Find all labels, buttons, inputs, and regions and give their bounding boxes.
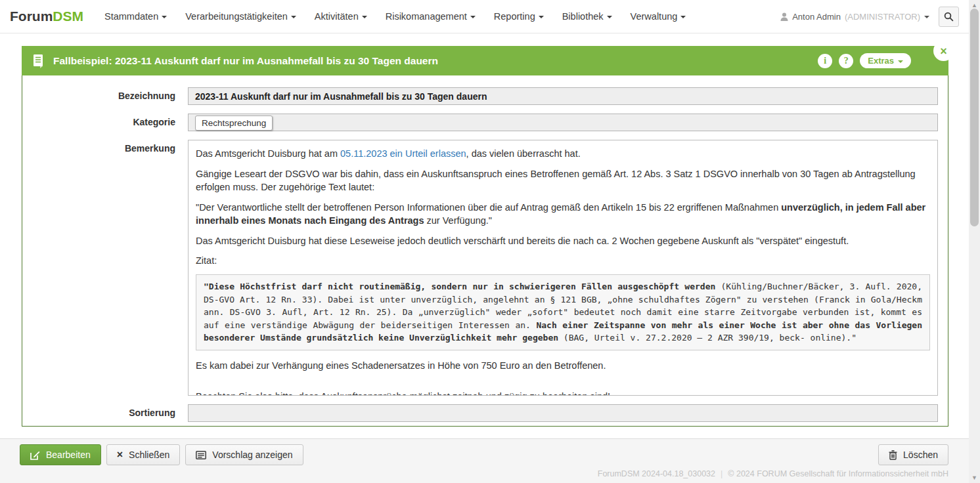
text-run: zur Verfügung.": [424, 215, 493, 226]
paragraph: "Der Verantwortliche stellt der betroffe…: [196, 201, 930, 228]
kategorie-row: Kategorie Rechtsprechung: [22, 114, 948, 131]
bemerkung-label: Bemerkung: [22, 140, 188, 396]
search-button[interactable]: [939, 7, 959, 27]
trash-icon: [889, 450, 897, 460]
sortierung-field: [188, 404, 938, 422]
nav-right-area: Anton Admin (ADMINISTRATOR): [780, 7, 959, 27]
bemerkung-content: Das Amtsgericht Duisburg hat am 05.11.20…: [188, 140, 938, 396]
action-bar: Bearbeiten × Schließen Vorschlag anzeige…: [0, 438, 969, 483]
quote-run: (BAG, Urteil v. 27.2.2020 — 2 AZR 390/19…: [558, 333, 857, 343]
nav-item-label: Stammdaten: [104, 11, 158, 22]
nav-item-risikomanagement[interactable]: Risikomanagement: [386, 11, 476, 22]
button-label: Vorschlag anzeigen: [212, 450, 292, 460]
list-icon: [196, 451, 206, 459]
kategorie-tag[interactable]: Rechtsprechung: [195, 116, 273, 131]
app-version-footer: ForumDSM 2024-04.18_030032|© 2024 FORUM …: [598, 469, 948, 478]
chevron-down-icon: [539, 16, 544, 18]
chevron-down-icon: [162, 16, 167, 18]
bezeichnung-row: Bezeichnung 2023-11 Auskunft darf nur im…: [22, 87, 948, 105]
info-icon: i: [824, 56, 826, 66]
paragraph: Es kam dabei zur Verhängung eines Schade…: [196, 359, 930, 373]
extras-button[interactable]: Extras: [860, 53, 911, 68]
sortierung-label: Sortierung: [22, 404, 188, 422]
scroll-down-icon[interactable]: ▼: [969, 474, 980, 481]
extras-label: Extras: [868, 56, 894, 66]
sortierung-row: Sortierung: [22, 404, 948, 422]
document-icon: [33, 54, 45, 68]
close-icon: ×: [117, 450, 123, 460]
button-label: Schließen: [129, 450, 169, 460]
nav-item-label: Risikomanagement: [386, 11, 467, 22]
nav-item-verwaltung[interactable]: Verwaltung: [631, 11, 686, 22]
close-icon: ×: [940, 45, 947, 57]
zitat-block: "Diese Höchstfrist darf nicht routinemäß…: [196, 274, 930, 350]
text-run: , das vielen überrascht hat.: [466, 148, 581, 159]
chevron-down-icon: [898, 60, 903, 63]
nav-item-label: Verarbeitungstätigkeiten: [185, 11, 288, 22]
nav-item-label: Reporting: [494, 11, 535, 22]
bemerkung-row: Bemerkung Das Amtsgericht Duisburg hat a…: [22, 140, 948, 396]
nav-item-aktivitaeten[interactable]: Aktivitäten: [315, 11, 367, 22]
user-role: (ADMINISTRATOR): [845, 12, 920, 22]
paragraph: Das Amtsgericht Duisburg hat diese Lesew…: [196, 234, 930, 248]
logo-part-forum: Forum: [10, 9, 53, 24]
button-label: Bearbeiten: [46, 450, 91, 460]
page: ForumDSM Stammdaten Verarbeitungstätigke…: [0, 0, 969, 483]
nav-item-verarbeitungstaetigkeiten[interactable]: Verarbeitungstätigkeiten: [185, 11, 296, 22]
loeschen-button[interactable]: Löschen: [878, 444, 948, 465]
chevron-down-icon: [924, 16, 929, 18]
bezeichnung-label: Bezeichnung: [22, 87, 188, 105]
search-icon: [944, 12, 954, 22]
vertical-scrollbar[interactable]: ▲ ▼: [969, 0, 980, 483]
panel-close-button[interactable]: ×: [933, 41, 954, 61]
chevron-down-icon: [680, 16, 686, 18]
button-label: Löschen: [903, 450, 938, 460]
chevron-down-icon: [470, 16, 476, 18]
user-icon: [780, 12, 788, 21]
nav-item-stammdaten[interactable]: Stammdaten: [104, 11, 167, 22]
help-icon: ?: [844, 56, 849, 66]
kategorie-label: Kategorie: [22, 114, 188, 131]
nav-item-label: Verwaltung: [631, 11, 678, 22]
vorschlag-anzeigen-button[interactable]: Vorschlag anzeigen: [185, 444, 303, 465]
scroll-up-icon[interactable]: ▲: [969, 2, 980, 9]
copyright-text: © 2024 FORUM Gesellschaft für Informatio…: [728, 469, 948, 478]
nav-item-label: Aktivitäten: [315, 11, 359, 22]
paragraph: Gängige Leseart der DSGVO war bis dahin,…: [196, 167, 930, 194]
paragraph: Das Amtsgericht Duisburg hat am 05.11.20…: [196, 147, 930, 161]
paragraph: Beachten Sie also bitte, dass Auskunftsa…: [196, 390, 930, 396]
bezeichnung-field: 2023-11 Auskunft darf nur im Ausnahmefal…: [188, 87, 938, 105]
bearbeiten-button[interactable]: Bearbeiten: [20, 444, 101, 465]
urteil-link[interactable]: 05.11.2023 ein Urteil erlassen: [340, 148, 466, 159]
scrollbar-thumb[interactable]: [970, 9, 979, 226]
quote-run-bold: "Diese Höchstfrist darf nicht routinemäß…: [204, 282, 715, 291]
schliessen-button[interactable]: × Schließen: [106, 444, 181, 465]
panel-header: Fallbeispiel: 2023-11 Auskunft darf nur …: [22, 46, 948, 75]
nav-item-label: Bibliothek: [562, 11, 604, 22]
version-text: ForumDSM 2024-04.18_030032: [598, 469, 715, 478]
bezeichnung-value: 2023-11 Auskunft darf nur im Ausnahmefal…: [195, 91, 487, 102]
user-menu[interactable]: Anton Admin (ADMINISTRATOR): [780, 12, 929, 22]
top-navbar: ForumDSM Stammdaten Verarbeitungstätigke…: [0, 0, 969, 33]
info-button[interactable]: i: [818, 54, 832, 68]
kategorie-field: Rechtsprechung: [188, 114, 938, 131]
logo-part-dsm: DSM: [53, 9, 83, 24]
panel-body: Bezeichnung 2023-11 Auskunft darf nur im…: [22, 75, 948, 427]
user-name: Anton Admin: [792, 12, 841, 22]
chevron-down-icon: [291, 16, 296, 18]
panel-header-buttons: i ? Extras: [818, 53, 937, 68]
text-run: Das Amtsgericht Duisburg hat am: [196, 148, 340, 159]
paragraph: Zitat:: [196, 254, 930, 268]
nav-item-bibliothek[interactable]: Bibliothek: [562, 11, 612, 22]
chevron-down-icon: [607, 16, 612, 18]
app-logo[interactable]: ForumDSM: [10, 9, 83, 24]
text-run: "Der Verantwortliche stellt der betroffe…: [196, 202, 781, 213]
footer-separator: |: [721, 469, 723, 478]
fallbeispiel-panel: Fallbeispiel: 2023-11 Auskunft darf nur …: [22, 46, 948, 427]
nav-item-reporting[interactable]: Reporting: [494, 11, 544, 22]
page-title: Fallbeispiel: 2023-11 Auskunft darf nur …: [53, 55, 438, 67]
edit-icon: [30, 450, 40, 460]
help-button[interactable]: ?: [839, 54, 853, 68]
chevron-down-icon: [362, 16, 367, 18]
